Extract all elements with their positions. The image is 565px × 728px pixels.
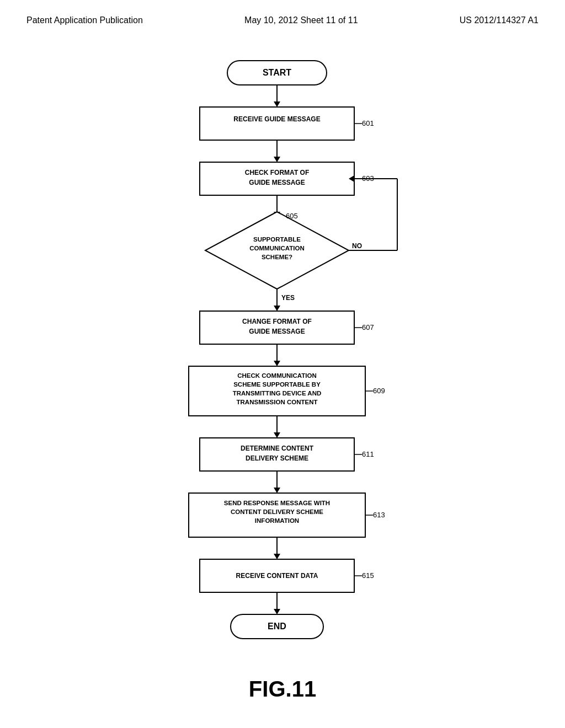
- node-613-line2: CONTENT DELIVERY SCHEME: [231, 508, 323, 515]
- page-header: Patent Application Publication May 10, 2…: [0, 0, 565, 25]
- node-613-line1: SEND RESPONSE MESSAGE WITH: [224, 500, 330, 506]
- svg-marker-29: [274, 488, 280, 493]
- no-label: NO: [352, 242, 362, 250]
- svg-marker-21: [274, 361, 280, 366]
- ref-609: 609: [373, 387, 385, 395]
- node-603-line2: GUIDE MESSAGE: [249, 179, 305, 186]
- node-611-line1: DETERMINE CONTENT: [241, 445, 314, 452]
- ref-607: 607: [362, 323, 374, 331]
- node-611-line2: DELIVERY SCHEME: [246, 454, 308, 462]
- svg-marker-2: [274, 101, 280, 107]
- node-609-line3: TRANSMITTING DEVICE AND: [233, 390, 322, 397]
- node-607-line2: GUIDE MESSAGE: [249, 328, 305, 335]
- svg-marker-13: [274, 306, 280, 311]
- start-label: START: [263, 68, 291, 77]
- ref-605: 605: [286, 212, 298, 220]
- ref-601: 601: [362, 119, 374, 127]
- ref-613: 613: [373, 511, 385, 519]
- header-right: US 2012/114327 A1: [460, 15, 539, 25]
- svg-marker-6: [274, 157, 280, 162]
- node-605-line1: SUPPORTABLE: [253, 236, 301, 243]
- node-609-line1: CHECK COMMUNICATION: [237, 372, 317, 379]
- node-607-line1: CHANGE FORMAT OF: [242, 318, 312, 325]
- flowchart-container: START RECEIVE GUIDE MESSAGE 601 CHECK FO…: [0, 44, 565, 706]
- node-609-line4: TRANSMISSION CONTENT: [237, 399, 318, 405]
- flowchart-svg: START RECEIVE GUIDE MESSAGE 601 CHECK FO…: [0, 44, 565, 706]
- node-601-label: RECEIVE GUIDE MESSAGE: [233, 115, 320, 123]
- node-609-line2: SCHEME SUPPORTABLE BY: [233, 381, 321, 388]
- svg-marker-33: [274, 554, 280, 559]
- node-605-line2: COMMUNICATION: [249, 245, 304, 251]
- figure-caption: FIG.11: [249, 677, 316, 702]
- svg-marker-37: [274, 609, 280, 614]
- end-label: END: [268, 622, 286, 631]
- node-605-line3: SCHEME?: [262, 254, 292, 260]
- header-center: May 10, 2012 Sheet 11 of 11: [244, 15, 358, 25]
- ref-615: 615: [362, 571, 374, 580]
- header-left: Patent Application Publication: [26, 15, 143, 25]
- ref-611: 611: [362, 450, 374, 458]
- yes-label: YES: [281, 294, 295, 302]
- node-613-line3: INFORMATION: [255, 517, 299, 524]
- svg-marker-25: [274, 432, 280, 438]
- svg-rect-3: [200, 107, 354, 140]
- node-615-label: RECEIVE CONTENT DATA: [236, 572, 318, 580]
- node-603-line1: CHECK FORMAT OF: [245, 169, 309, 176]
